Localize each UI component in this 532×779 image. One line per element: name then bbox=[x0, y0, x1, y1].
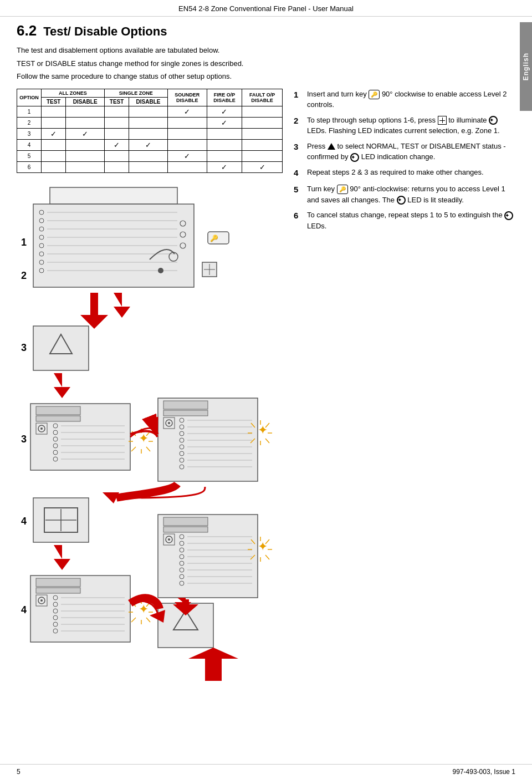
svg-point-133 bbox=[168, 538, 170, 541]
svg-text:🔑: 🔑 bbox=[210, 234, 218, 242]
svg-rect-31 bbox=[33, 326, 89, 370]
section-heading: Test/ Disable Options bbox=[43, 24, 167, 39]
section-number: 6.2 bbox=[17, 22, 37, 39]
step-3: 3 Press to select NORMAL, TEST or DISABL… bbox=[294, 141, 515, 162]
triangle-icon bbox=[328, 143, 335, 150]
svg-rect-37 bbox=[36, 416, 80, 421]
step-3-text: Press to select NORMAL, TEST or DISABLEM… bbox=[307, 141, 515, 162]
svg-point-27 bbox=[158, 268, 163, 273]
page-footer: 5 997-493-003, Issue 1 bbox=[0, 764, 532, 779]
steps-list: 1 Insert and turn key 🔑 90° clockwise to… bbox=[294, 89, 515, 232]
th-single-test: TEST bbox=[104, 97, 129, 106]
two-col-layout: OPTION ALL ZONES SINGLE ZONE SOUNDERDISA… bbox=[17, 89, 515, 681]
svg-line-58 bbox=[146, 447, 150, 451]
intro-line-3: Follow the same procedure to change stat… bbox=[17, 71, 515, 82]
step-6: 6 To cancel status change, repeat steps … bbox=[294, 210, 515, 231]
left-column: OPTION ALL ZONES SINGLE ZONE SOUNDERDISA… bbox=[17, 89, 283, 681]
th-single-disable: DISABLE bbox=[129, 97, 167, 106]
svg-rect-36 bbox=[36, 406, 80, 415]
step-5: 5 Turn key 🔑 90° anti-clockwise: returns… bbox=[294, 184, 515, 205]
th-all-zones: ALL ZONES bbox=[42, 89, 105, 97]
svg-line-60 bbox=[131, 447, 136, 451]
svg-rect-102 bbox=[36, 588, 80, 593]
step-6-num: 6 bbox=[294, 210, 303, 231]
key-icon: 🔑 bbox=[369, 90, 380, 99]
svg-point-105 bbox=[40, 599, 43, 602]
step-1-text: Insert and turn key 🔑 90° clockwise to e… bbox=[307, 89, 515, 110]
intro-line-1: The test and disablement options availab… bbox=[17, 45, 515, 56]
main-content: 6.2 Test/ Disable Options The test and d… bbox=[0, 17, 532, 686]
page-number: 5 bbox=[17, 768, 21, 776]
option-table: OPTION ALL ZONES SINGLE ZONE SOUNDERDISA… bbox=[17, 89, 283, 173]
svg-line-123 bbox=[146, 618, 150, 622]
svg-text:✦: ✦ bbox=[139, 602, 149, 616]
table-row: 6 ✓ ✓ bbox=[17, 161, 283, 172]
table-row: 5 ✓ bbox=[17, 150, 283, 161]
svg-text:3: 3 bbox=[21, 342, 27, 353]
th-single-zone: SINGLE ZONE bbox=[104, 89, 167, 97]
th-all-disable: DISABLE bbox=[66, 97, 104, 106]
cogwheel-icon-3 bbox=[397, 196, 406, 205]
svg-rect-0 bbox=[50, 187, 177, 204]
cogwheel-icon-2 bbox=[350, 153, 359, 162]
step-4-num: 4 bbox=[294, 167, 303, 180]
step-5-text: Turn key 🔑 90° anti-clockwise: returns y… bbox=[307, 184, 515, 205]
th-all-test: TEST bbox=[42, 97, 66, 106]
svg-text:2: 2 bbox=[21, 270, 27, 281]
step-5-num: 5 bbox=[294, 184, 303, 205]
svg-text:3: 3 bbox=[21, 434, 27, 445]
svg-line-125 bbox=[131, 618, 136, 622]
svg-marker-99 bbox=[54, 545, 70, 570]
step-1: 1 Insert and turn key 🔑 90° clockwise to… bbox=[294, 89, 515, 110]
svg-point-68 bbox=[168, 422, 170, 424]
step-1-num: 1 bbox=[294, 89, 303, 110]
step-6-text: To cancel status change, repeat steps 1 … bbox=[307, 210, 515, 231]
step-2-text: To step through setup options 1-6, press… bbox=[307, 115, 515, 136]
sidebar-label: English bbox=[522, 53, 530, 80]
svg-rect-65 bbox=[163, 410, 208, 416]
svg-line-157 bbox=[265, 555, 269, 559]
svg-marker-30 bbox=[114, 293, 130, 318]
th-option: OPTION bbox=[17, 89, 42, 106]
intro-line-2: TEST or DISABLE status change method for… bbox=[17, 58, 515, 69]
right-column: 1 Insert and turn key 🔑 90° clockwise to… bbox=[294, 89, 515, 681]
svg-text:1: 1 bbox=[21, 237, 27, 248]
section-title: 6.2 Test/ Disable Options bbox=[17, 22, 515, 39]
th-fire-op: FIRE O/PDISABLE bbox=[207, 89, 242, 106]
svg-rect-64 bbox=[163, 401, 208, 409]
step-4-text: Repeat steps 2 & 3 as required to make o… bbox=[307, 167, 515, 180]
cogwheel-icon-4 bbox=[504, 211, 513, 220]
step-3-num: 3 bbox=[294, 141, 303, 162]
cogwheel-icon-1 bbox=[489, 116, 498, 125]
step-2: 2 To step through setup options 1-6, pre… bbox=[294, 115, 515, 136]
svg-text:✦: ✦ bbox=[258, 423, 268, 437]
svg-rect-129 bbox=[163, 517, 208, 526]
svg-text:4: 4 bbox=[21, 516, 27, 527]
svg-point-40 bbox=[40, 427, 43, 430]
step-2-num: 2 bbox=[294, 115, 303, 136]
doc-ref: 997-493-003, Issue 1 bbox=[453, 768, 515, 776]
th-sounder: SOUNDERDISABLE bbox=[167, 89, 207, 106]
key-icon-2: 🔑 bbox=[337, 185, 348, 194]
table-row: 3 ✓ ✓ bbox=[17, 128, 283, 139]
svg-rect-101 bbox=[36, 578, 80, 587]
svg-text:4: 4 bbox=[21, 604, 27, 615]
svg-marker-34 bbox=[54, 373, 70, 398]
svg-text:✦: ✦ bbox=[139, 431, 149, 445]
table-row: 2 ✓ bbox=[17, 117, 283, 128]
header-title: EN54 2-8 Zone Conventional Fire Panel - … bbox=[178, 4, 354, 13]
svg-text:✦: ✦ bbox=[258, 539, 268, 553]
svg-line-90 bbox=[265, 439, 269, 443]
english-sidebar: English bbox=[520, 22, 532, 111]
svg-rect-130 bbox=[163, 527, 208, 532]
grid-icon bbox=[438, 116, 447, 125]
page-header: EN54 2-8 Zone Conventional Fire Panel - … bbox=[0, 0, 532, 17]
diagram-svg: 🔑 1 2 bbox=[17, 182, 283, 681]
table-row: 4 ✓ ✓ bbox=[17, 139, 283, 150]
diagram-area: 🔑 1 2 bbox=[17, 182, 283, 681]
table-row: 1 ✓ ✓ bbox=[17, 106, 283, 117]
step-4: 4 Repeat steps 2 & 3 as required to make… bbox=[294, 167, 515, 180]
th-fault-op: FAULT O/PDISABLE bbox=[242, 89, 283, 106]
